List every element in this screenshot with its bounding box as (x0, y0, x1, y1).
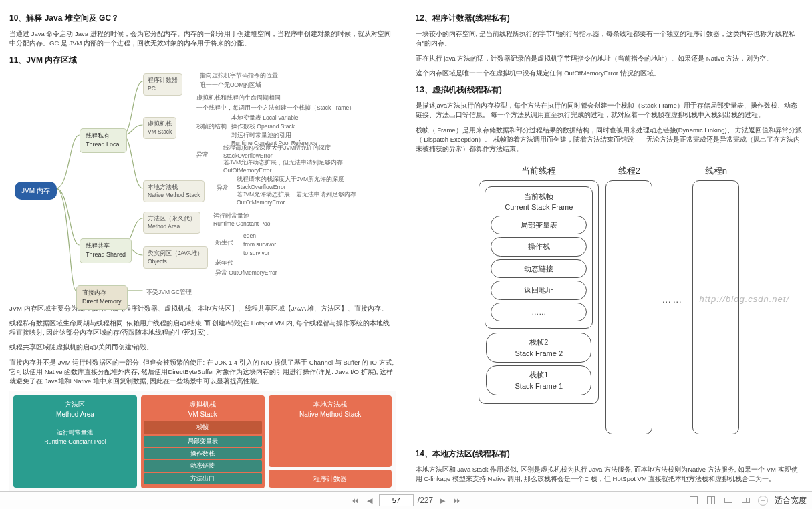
d2-ops: 操作数栈 (144, 448, 262, 460)
leaf-obj-a2: from survivor (243, 240, 276, 249)
leaf-obj-a: 新生代 (215, 238, 233, 247)
paragraph-12a: 一块较小的内存空间, 是当前线程所执行的字节码的行号指示器，每条线程都要有一个独… (416, 29, 803, 49)
current-frame-title: 当前栈帧 Current Stack Frame (489, 191, 588, 213)
leaf-obj-a1: eden (243, 232, 256, 240)
paragraph-11c: 线程共享区域随虚拟机的启动/关闭而创建/销毁。 (9, 343, 396, 352)
page-navigator: ⏮ ◀ /227 ▶ ⏭ (350, 494, 462, 506)
leaf-vm-c: 栈帧的结构 (196, 122, 227, 131)
thread-2-box (605, 180, 652, 434)
current-thread-title: 当前线程 (479, 164, 599, 178)
zoom-out-button[interactable]: − (758, 496, 768, 506)
leaf-pc-a: 指向虚拟机字节码指令的位置 (200, 71, 278, 80)
d2-native-stack: 本地方法栈 Native Method Stack (269, 395, 392, 467)
leaf-vm-c2: 操作数栈 Operand Stack (231, 122, 295, 131)
thread-2-col: 线程2 (605, 164, 652, 434)
leaf-obj-a3: to survivor (243, 249, 269, 258)
single-page-view-icon[interactable] (688, 495, 699, 506)
paragraph-11d: 直接内存并不是 JVM 运行时数据区的一部分, 但也会被频繁的使用: 在 JDK… (9, 358, 396, 387)
leaf-pc-b: 唯一一个无OOM的区域 (200, 81, 261, 90)
heading-14: 14、本地方法区(线程私有) (416, 448, 803, 460)
d2-frame: 栈帧 (144, 421, 262, 434)
frame-ret: 返回地址 (491, 281, 587, 300)
prev-page-button[interactable]: ◀ (364, 495, 375, 506)
page-total-value: 227 (420, 496, 433, 505)
node-vmstack: 虚拟机栈 VM Stack (143, 117, 176, 140)
node-thread-local: 线程私有 Thread Local (80, 128, 127, 153)
paragraph-12b: 正在执行 java 方法的话，计数器记录的是虚拟机字节码指令的地址（当前指令的地… (416, 54, 803, 63)
paragraph-10: 当通过 Java 命令启动 Java 进程的时候，会为它分配内存。内存的一部分用… (9, 29, 396, 49)
node-pc: 程序计数器 PC (143, 73, 182, 96)
node-objects: 类实例区（JAVA堆） Objects (143, 246, 208, 269)
zoom-mode-label[interactable]: 适合宽度 (775, 495, 807, 506)
node-native-stack: 本地方法栈 Native Method Stack (143, 180, 205, 203)
d2-rcp: 运行时常量池 Runtime Constant Pool (16, 426, 134, 448)
frame-dl: 动态链接 (491, 259, 587, 279)
first-page-button[interactable]: ⏮ (350, 495, 360, 506)
toolbar-right: − 适合宽度 (688, 495, 807, 506)
paragraph-11b: 线程私有数据区域生命周期与线程相同, 依赖用户线程的启动/结束 而 创建/销毁(… (9, 319, 396, 338)
watermark: http://blog.csdn.net/ (700, 293, 789, 306)
leaf-vm-c1: 本地变量表 Local Variable (231, 114, 299, 122)
frame-lvt: 局部变量表 (491, 216, 587, 235)
leaf-obj-c: 异常 OutOfMemoryError (215, 269, 277, 277)
paragraph-12c: 这个内存区域是唯一一个在虚拟机中没有规定任何 OutOfMemoryError … (416, 69, 803, 78)
leaf-vm-d: 异常 (196, 150, 209, 159)
root-node: JVM 内存 (15, 182, 57, 200)
page-right: 12、程序计数器(线程私有) 一块较小的内存空间, 是当前线程所执行的字节码的行… (406, 0, 813, 491)
two-page-view-icon[interactable] (706, 495, 716, 506)
leaf-ma-a: 运行时常量池 Runtime Constant Pool (213, 212, 271, 229)
current-thread-frame: 当前栈帧 Current Stack Frame 局部变量表 操作栈 动态链接 … (479, 180, 599, 405)
d2-method-area: 方法区 Method Area 运行时常量池 Runtime Constant … (13, 395, 137, 488)
current-thread-col: 当前线程 当前栈帧 Current Stack Frame 局部变量表 操作栈 … (479, 164, 599, 434)
pdf-toolbar: ⏮ ◀ /227 ▶ ⏭ − 适合宽度 (0, 491, 812, 509)
d2-ma-label: 方法区 Method Area (16, 399, 134, 419)
leaf-vm-d2: 若JVM允许动态扩展，但无法申请到足够内存 OutOfMemoryError (223, 158, 343, 176)
leaf-nat-a2: 若JVM允许动态扩展，若无法申请到足够内存 OutOfMemoryError (237, 190, 356, 208)
heading-12: 12、程序计数器(线程私有) (416, 12, 803, 24)
frame-other: …… (491, 303, 587, 322)
paragraph-14: 本地方法区和 Java Stack 作用类似, 区别是虚拟机栈为执行 Java … (416, 465, 803, 484)
next-page-button[interactable]: ▶ (437, 495, 448, 506)
leaf-obj-b: 老年代 (215, 259, 233, 267)
page-input[interactable] (379, 494, 414, 506)
heading-13: 13、虚拟机栈(线程私有) (416, 83, 803, 96)
stack-frame-diagram: http://blog.csdn.net/ 当前线程 当前栈帧 Current … (416, 159, 803, 444)
leaf-nat-a1: 线程请求的栈深度大于JVM所允许的深度 StackOverflowError (237, 175, 344, 192)
d2-lvt: 局部变量表 (144, 436, 262, 447)
page-left: 10、解释 Java 堆空间及 GC？ 当通过 Java 命令启动 Java 进… (0, 0, 406, 491)
document-spread: 10、解释 Java 堆空间及 GC？ 当通过 Java 命令启动 Java 进… (0, 0, 812, 491)
thread-n-title: 线程n (692, 164, 739, 178)
paragraph-11a: JVM 内存区域主要分为线程私有区域【程序计数器、虚拟机栈、本地方法区】、线程共… (9, 304, 396, 313)
leaf-nat-a: 异常 (217, 184, 229, 192)
d2-pc: 程序计数器 (269, 470, 392, 488)
leaf-vm-a: 虚拟机栈和线程的生命周期相同 (196, 94, 281, 102)
thread-n-box (692, 180, 739, 434)
heading-11: 11、JVM 内存区域 (9, 54, 396, 66)
d2-dl: 动态链接 (144, 460, 262, 472)
d2-vm-label: 虚拟机栈 VM Stack (144, 399, 262, 419)
current-frame: 当前栈帧 Current Stack Frame 局部变量表 操作栈 动态链接 … (485, 186, 593, 329)
leaf-dm-a: 不受JVM GC管理 (146, 288, 192, 297)
frame-2: 栈帧2 Stack Frame 2 (486, 333, 591, 363)
node-thread-shared: 线程共享 Thread Shared (80, 238, 132, 263)
last-page-button[interactable]: ⏭ (452, 495, 462, 506)
heading-10: 10、解释 Java 堆空间及 GC？ (9, 12, 396, 24)
node-method-area: 方法区（永久代） Method Area (143, 212, 200, 234)
page-total: /227 (418, 496, 433, 505)
node-direct-memory: 直接内存 Direct Memory (76, 285, 128, 310)
d2-vmstack: 虚拟机栈 VM Stack 栈帧 局部变量表 操作数栈 动态链接 方法出口 (141, 395, 265, 488)
thread-dots: …… (659, 293, 686, 307)
jvm-memory-mindmap: JVM 内存 线程私有 Thread Local 线程共享 Thread Sha… (9, 71, 396, 299)
frame-ops: 操作栈 (491, 237, 587, 257)
leaf-vm-b: 一个线程中，每调用一个方法创建一个栈帧（Stack Frame） (196, 104, 355, 112)
continuous-view-icon[interactable] (723, 495, 734, 506)
thread-2-title: 线程2 (605, 164, 652, 178)
jvm-blocks-diagram: 方法区 Method Area 运行时常量池 Runtime Constant … (9, 391, 396, 491)
frame-1: 栈帧1 Stack Frame 1 (486, 365, 591, 395)
paragraph-13a: 是描述java方法执行的内存模型，每个方法在执行的同时都会创建一个栈帧（Stac… (416, 101, 803, 120)
continuous-two-view-icon[interactable] (740, 495, 751, 506)
d2-ret: 方法出口 (144, 473, 262, 484)
paragraph-13b: 栈帧（ Frame）是用来存储数据和部分过程结果的数据结构，同时也被用来处理动态… (416, 126, 803, 154)
